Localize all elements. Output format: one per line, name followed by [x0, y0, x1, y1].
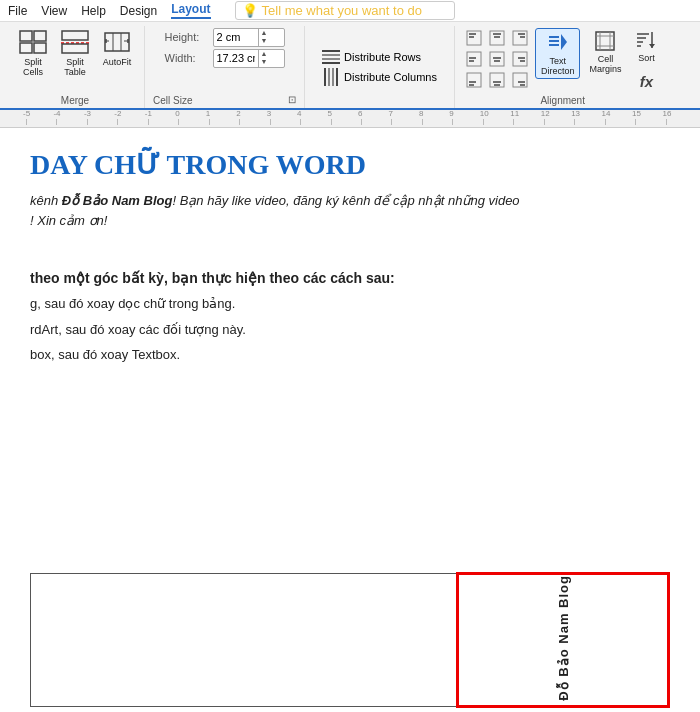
- align-top-center[interactable]: [486, 28, 508, 48]
- cellsize-expand-icon[interactable]: ⊡: [288, 94, 296, 105]
- sort-label: Sort: [638, 53, 655, 63]
- height-label: Height:: [165, 31, 210, 43]
- svg-rect-50: [549, 40, 559, 42]
- svg-rect-17: [322, 62, 340, 64]
- split-table-label: Split Table: [64, 57, 86, 77]
- ribbon: Split Cells Split Table: [0, 22, 700, 110]
- subtitle-prefix: kênh: [30, 193, 62, 208]
- ruler-mark: 6: [361, 119, 391, 125]
- ruler-mark: 5: [331, 119, 361, 125]
- align-middle-right[interactable]: [509, 49, 531, 69]
- menu-file[interactable]: File: [8, 4, 27, 18]
- ruler-mark: 10: [483, 119, 513, 125]
- svg-rect-18: [324, 68, 326, 86]
- subtitle-brand: Đỗ Bảo Nam Blog: [62, 193, 173, 208]
- list-item-3: box, sau đó xoay Textbox.: [30, 345, 670, 365]
- subtitle-line2: ! Bạn hãy like video, đăng ký kênh để cậ…: [172, 193, 519, 208]
- menu-view[interactable]: View: [41, 4, 67, 18]
- split-cells-icon: [19, 30, 47, 57]
- svg-rect-19: [328, 68, 330, 86]
- ruler-mark: 16: [666, 119, 696, 125]
- width-input[interactable]: [214, 51, 258, 65]
- text-direction-button[interactable]: Text Directon: [535, 28, 581, 79]
- ruler-mark: 4: [300, 119, 330, 125]
- distribute-columns-button[interactable]: Distribute Columns: [319, 69, 440, 85]
- align-top-left[interactable]: [463, 28, 485, 48]
- autofit-button[interactable]: AutoFit: [98, 28, 136, 69]
- subtitle-line3: ! Xin cảm ơn!: [30, 213, 107, 228]
- svg-rect-15: [322, 54, 340, 56]
- rotated-text: Đỗ Bảo Nam Blog: [556, 575, 571, 701]
- distribute-rows-button[interactable]: Distribute Rows: [319, 49, 440, 65]
- merge-buttons: Split Cells Split Table: [14, 28, 136, 79]
- alignment-group-label: Alignment: [540, 93, 584, 106]
- sort-button[interactable]: Sort: [630, 28, 662, 65]
- table-area: Đỗ Bảo Nam Blog: [0, 552, 700, 708]
- align-bottom-left[interactable]: [463, 70, 485, 90]
- merge-group-label: Merge: [61, 93, 89, 106]
- svg-rect-28: [513, 31, 527, 45]
- merge-group: Split Cells Split Table: [6, 26, 145, 108]
- svg-rect-14: [322, 50, 340, 52]
- table-rotated-cell: Đỗ Bảo Nam Blog: [458, 574, 669, 707]
- document-subtitle: kênh Đỗ Bảo Nam Blog! Bạn hãy like video…: [30, 191, 670, 230]
- ruler-mark: -5: [26, 119, 56, 125]
- ruler: -5 -4 -3 -2 -1 0 1 2 3 4 5 6 7 8 9 10 11…: [0, 110, 700, 128]
- menu-design[interactable]: Design: [120, 4, 157, 18]
- svg-rect-51: [549, 44, 559, 46]
- svg-rect-25: [490, 31, 504, 45]
- width-row: Width: ▲ ▼: [165, 49, 285, 68]
- ruler-mark: 13: [574, 119, 604, 125]
- distribute-buttons: Distribute Rows Distribute Columns: [313, 45, 446, 89]
- width-up-arrow[interactable]: ▲: [259, 50, 270, 58]
- split-table-button[interactable]: Split Table: [56, 28, 94, 79]
- align-middle-center[interactable]: [486, 49, 508, 69]
- list-item-1: g, sau đó xoay dọc chữ trong bảng.: [30, 294, 670, 314]
- ruler-mark: -2: [117, 119, 147, 125]
- menu-help[interactable]: Help: [81, 4, 106, 18]
- ruler-mark: 3: [270, 119, 300, 125]
- table-empty-cell: [31, 574, 458, 707]
- height-row: Height: ▲ ▼: [165, 28, 285, 47]
- svg-rect-34: [490, 52, 504, 66]
- ruler-mark: 11: [513, 119, 543, 125]
- svg-rect-22: [467, 31, 481, 45]
- split-cells-label: Split Cells: [23, 57, 43, 77]
- width-input-group: ▲ ▼: [213, 49, 285, 68]
- list-item-1-text: g, sau đó xoay dọc chữ trong bảng.: [30, 296, 235, 311]
- alignment-grid: [463, 28, 531, 90]
- menu-layout[interactable]: Layout: [171, 2, 210, 19]
- table-row: Đỗ Bảo Nam Blog: [31, 574, 669, 707]
- distribute-columns-label: Distribute Columns: [344, 71, 437, 83]
- ruler-mark: -4: [56, 119, 86, 125]
- distribute-group: Distribute Rows Distribute Columns: [305, 26, 455, 108]
- cell-margins-icon: [594, 30, 616, 54]
- height-down-arrow[interactable]: ▼: [259, 37, 270, 45]
- align-bottom-center[interactable]: [486, 70, 508, 90]
- width-down-arrow[interactable]: ▼: [259, 58, 270, 66]
- autofit-label: AutoFit: [103, 57, 132, 67]
- list-item-3-text: box, sau đó xoay Textbox.: [30, 347, 180, 362]
- fx-button[interactable]: fx: [630, 71, 662, 92]
- list-item-2-text: rdArt, sau đó xoay các đối tượng này.: [30, 322, 246, 337]
- svg-rect-21: [336, 68, 338, 86]
- fx-label: fx: [640, 73, 653, 90]
- height-up-arrow[interactable]: ▲: [259, 29, 270, 37]
- align-top-right[interactable]: [509, 28, 531, 48]
- align-bottom-right[interactable]: [509, 70, 531, 90]
- svg-rect-6: [62, 44, 88, 53]
- split-cells-button[interactable]: Split Cells: [14, 28, 52, 79]
- autofit-icon: [103, 30, 131, 57]
- align-middle-left[interactable]: [463, 49, 485, 69]
- width-label: Width:: [165, 52, 210, 64]
- lightbulb-icon: 💡: [242, 3, 258, 18]
- distribute-rows-label: Distribute Rows: [344, 51, 421, 63]
- section-title: theo một góc bất kỳ, bạn thực hiện theo …: [30, 270, 670, 286]
- height-input[interactable]: [214, 30, 258, 44]
- search-bar[interactable]: 💡 Tell me what you want to do: [235, 1, 455, 20]
- ruler-mark: -3: [87, 119, 117, 125]
- svg-rect-37: [513, 52, 527, 66]
- cell-margins-button[interactable]: Cell Margins: [584, 28, 626, 76]
- height-input-group: ▲ ▼: [213, 28, 285, 47]
- height-spin-arrows: ▲ ▼: [258, 29, 270, 46]
